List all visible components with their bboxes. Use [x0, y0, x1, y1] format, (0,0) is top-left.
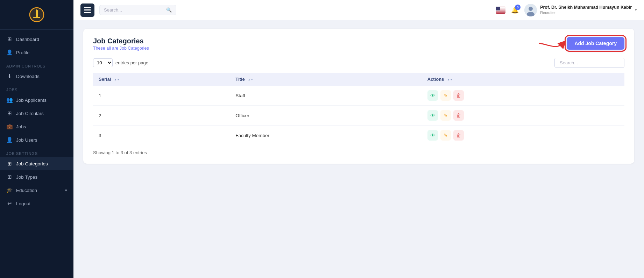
main-area: 🔍 🔔 0	[73, 0, 644, 278]
user-name: Prof. Dr. Sheikh Muhammad Humayun Kabir	[540, 5, 632, 10]
user-chevron-icon: ▾	[635, 8, 637, 12]
entries-per-page-select[interactable]: 10 25 50 100	[93, 58, 113, 67]
view-button[interactable]: 👁	[427, 90, 438, 101]
job-users-icon: 👤	[6, 137, 13, 143]
showing-entries-text: Showing 1 to 3 of 3 entries	[93, 150, 147, 155]
action-buttons: 👁 ✎ 🗑	[427, 110, 619, 121]
delete-button[interactable]: 🗑	[453, 110, 464, 121]
header: 🔍 🔔 0	[73, 0, 644, 20]
downloads-icon: ⬇	[6, 73, 13, 79]
cell-title: Staff	[230, 86, 422, 106]
jobs-icon: 💼	[6, 123, 13, 130]
section-label-jobs: Jobs	[0, 83, 73, 93]
cell-title: Faculty Member	[230, 126, 422, 145]
action-buttons: 👁 ✎ 🗑	[427, 130, 619, 141]
flag-icon[interactable]	[496, 7, 505, 14]
chevron-down-icon: ▾	[65, 188, 67, 193]
sidebar-item-job-applicants[interactable]: 👥 Job Applicants	[0, 93, 73, 107]
notification-button[interactable]: 🔔 0	[511, 6, 519, 14]
sidebar-item-label: Job Circulars	[16, 111, 44, 116]
table-row: 1 Staff 👁 ✎ 🗑	[93, 86, 624, 106]
sidebar-item-label: Job Categories	[16, 161, 48, 166]
job-circulars-icon: ⊞	[6, 110, 13, 116]
sidebar-item-dashboard[interactable]: ⊞ Dashboard	[0, 33, 73, 46]
sidebar-item-job-categories[interactable]: ⊞ Job Categories	[0, 157, 73, 170]
job-applicants-icon: 👥	[6, 97, 13, 103]
cell-serial: 2	[93, 106, 230, 126]
sidebar-item-profile[interactable]: 👤 Profile	[0, 46, 73, 59]
hamburger-button[interactable]	[80, 3, 94, 17]
sidebar-item-label: Job Users	[16, 137, 37, 143]
cell-actions: 👁 ✎ 🗑	[422, 126, 624, 145]
action-buttons: 👁 ✎ 🗑	[427, 90, 619, 101]
entries-per-page-label: entries per page	[115, 60, 148, 65]
page-header: Job Categories These all are Job Categor…	[93, 37, 624, 51]
hamburger-line	[84, 7, 91, 8]
add-job-category-button[interactable]: Add Job Category	[567, 37, 624, 50]
cell-actions: 👁 ✎ 🗑	[422, 86, 624, 106]
job-types-icon: ⊞	[6, 174, 13, 180]
edit-button[interactable]: ✎	[440, 90, 451, 101]
add-button-container: Add Job Category	[567, 37, 624, 50]
logout-icon: ↩	[6, 200, 13, 207]
sidebar-item-label: Job Types	[16, 174, 37, 180]
sidebar-item-label: Downloads	[16, 74, 40, 79]
col-actions: Actions ▲▼	[422, 73, 624, 86]
sidebar-item-education[interactable]: 🎓 Education ▾	[0, 184, 73, 197]
user-info[interactable]: Prof. Dr. Sheikh Muhammad Humayun Kabir …	[524, 4, 637, 16]
table-header-row: Serial ▲▼ Title ▲▼ Actions ▲▼	[93, 73, 624, 86]
entries-control: 10 25 50 100 entries per page	[93, 58, 148, 67]
sidebar-item-job-users[interactable]: 👤 Job Users	[0, 133, 73, 147]
svg-rect-2	[36, 10, 38, 17]
hamburger-line	[84, 12, 91, 13]
page-title-area: Job Categories These all are Job Categor…	[93, 37, 149, 51]
sidebar-item-label: Education	[16, 188, 37, 193]
section-label-job-settings: Job Settings	[0, 147, 73, 157]
user-role: Recruiter	[540, 10, 632, 15]
app-logo-icon	[28, 6, 45, 23]
svg-rect-4	[33, 17, 40, 18]
svg-rect-10	[496, 11, 505, 12]
section-label-admin-controls: Admin Controls	[0, 59, 73, 70]
svg-rect-12	[496, 7, 500, 10]
cell-serial: 3	[93, 126, 230, 145]
user-text: Prof. Dr. Sheikh Muhammad Humayun Kabir …	[540, 5, 632, 15]
view-button[interactable]: 👁	[427, 110, 438, 121]
table-controls: 10 25 50 100 entries per page	[93, 58, 624, 68]
page-card: Job Categories These all are Job Categor…	[83, 29, 634, 164]
sidebar-item-downloads[interactable]: ⬇ Downloads	[0, 70, 73, 83]
edit-button[interactable]: ✎	[440, 110, 451, 121]
sidebar-navigation: ⊞ Dashboard 👤 Profile Admin Controls ⬇ D…	[0, 30, 73, 278]
view-button[interactable]: 👁	[427, 130, 438, 141]
sidebar-item-job-circulars[interactable]: ⊞ Job Circulars	[0, 107, 73, 120]
table-search-input[interactable]	[554, 58, 624, 68]
sidebar-item-job-types[interactable]: ⊞ Job Types	[0, 170, 73, 184]
delete-button[interactable]: 🗑	[453, 90, 464, 101]
sidebar-item-logout[interactable]: ↩ Logout	[0, 197, 73, 210]
table-body: 1 Staff 👁 ✎ 🗑 2 Officer 👁 ✎ 🗑 3 Faculty …	[93, 86, 624, 145]
annotation-arrow	[535, 35, 567, 52]
col-title: Title ▲▼	[230, 73, 422, 86]
search-input[interactable]	[104, 7, 163, 13]
svg-rect-9	[496, 10, 505, 11]
sidebar-item-label: Job Applicants	[16, 98, 47, 103]
sort-arrows-actions: ▲▼	[447, 78, 453, 81]
sidebar-item-jobs[interactable]: 💼 Jobs	[0, 120, 73, 133]
cell-title: Officer	[230, 106, 422, 126]
delete-button[interactable]: 🗑	[453, 130, 464, 141]
svg-rect-11	[496, 12, 505, 13]
sort-arrows-title: ▲▼	[248, 78, 253, 81]
sidebar-logo	[0, 0, 73, 30]
edit-button[interactable]: ✎	[440, 130, 451, 141]
notification-badge: 0	[515, 5, 521, 10]
page-subtitle: These all are Job Categories	[93, 46, 149, 51]
us-flag-svg	[496, 7, 505, 14]
sidebar-item-label: Jobs	[16, 124, 26, 129]
sidebar-item-label: Profile	[16, 50, 29, 55]
hamburger-line	[84, 9, 91, 10]
header-search-bar[interactable]: 🔍	[99, 5, 176, 15]
search-icon: 🔍	[166, 7, 172, 13]
cell-serial: 1	[93, 86, 230, 106]
job-categories-icon: ⊞	[6, 161, 13, 167]
education-icon: 🎓	[6, 187, 13, 193]
